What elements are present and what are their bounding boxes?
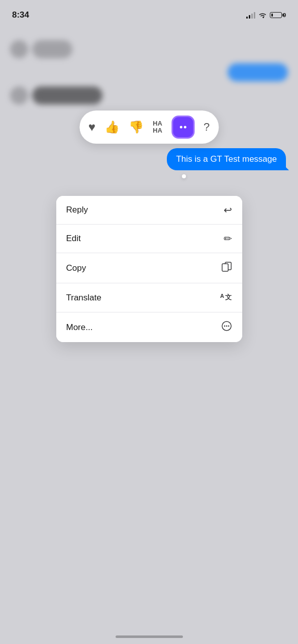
menu-label-edit: Edit <box>66 234 81 244</box>
reaction-haha[interactable]: HAHA <box>153 120 162 135</box>
status-bar: 8:34 9 <box>0 0 298 27</box>
home-indicator <box>116 635 183 638</box>
chat-background <box>0 40 298 110</box>
menu-label-reply: Reply <box>66 205 88 215</box>
more-icon <box>221 320 232 334</box>
menu-label-more: More... <box>66 323 93 333</box>
copy-icon <box>221 261 232 275</box>
svg-rect-3 <box>222 264 228 271</box>
message-bubble-container: This is a GT Test message <box>167 148 286 170</box>
status-time: 8:34 <box>12 10 29 20</box>
svg-text:文: 文 <box>225 293 232 301</box>
reaction-heart[interactable]: ♥ <box>88 120 95 134</box>
exclamation-icon <box>177 122 188 133</box>
reaction-exclamation[interactable] <box>171 116 194 139</box>
svg-point-0 <box>179 126 182 129</box>
reaction-thumbsup[interactable]: 👍 <box>105 120 120 134</box>
reaction-bar: ♥ 👍 👎 HAHA ? <box>79 111 219 144</box>
menu-item-reply[interactable]: Reply ↩ <box>56 196 242 225</box>
message-text: This is a GT Test message <box>176 154 277 164</box>
signal-icon <box>246 12 255 19</box>
reply-icon: ↩ <box>224 204 232 216</box>
blurred-message-1 <box>10 40 288 58</box>
blurred-message-2 <box>10 63 288 81</box>
edit-icon: ✏ <box>224 233 232 245</box>
context-menu: Reply ↩ Edit ✏ Copy Translate A 文 More..… <box>56 196 242 342</box>
status-icons: 9 <box>246 12 286 19</box>
menu-label-translate: Translate <box>66 293 102 303</box>
reaction-thumbsdown[interactable]: 👎 <box>129 120 144 134</box>
message-bubble: This is a GT Test message <box>167 148 286 170</box>
svg-point-8 <box>226 326 227 327</box>
reaction-question[interactable]: ? <box>204 121 210 134</box>
translate-icon: A 文 <box>220 291 232 304</box>
bubble-dot <box>182 174 186 178</box>
svg-point-1 <box>183 126 186 129</box>
wifi-icon <box>258 12 267 19</box>
menu-item-edit[interactable]: Edit ✏ <box>56 225 242 253</box>
bubble-tail <box>283 164 289 170</box>
svg-point-7 <box>224 326 225 327</box>
menu-item-copy[interactable]: Copy <box>56 253 242 283</box>
menu-label-copy: Copy <box>66 263 86 273</box>
svg-text:A: A <box>220 293 224 299</box>
blurred-message-3 <box>10 86 288 104</box>
menu-item-translate[interactable]: Translate A 文 <box>56 283 242 312</box>
svg-point-9 <box>228 326 229 327</box>
battery-icon: 9 <box>270 12 286 18</box>
menu-item-more[interactable]: More... <box>56 312 242 342</box>
